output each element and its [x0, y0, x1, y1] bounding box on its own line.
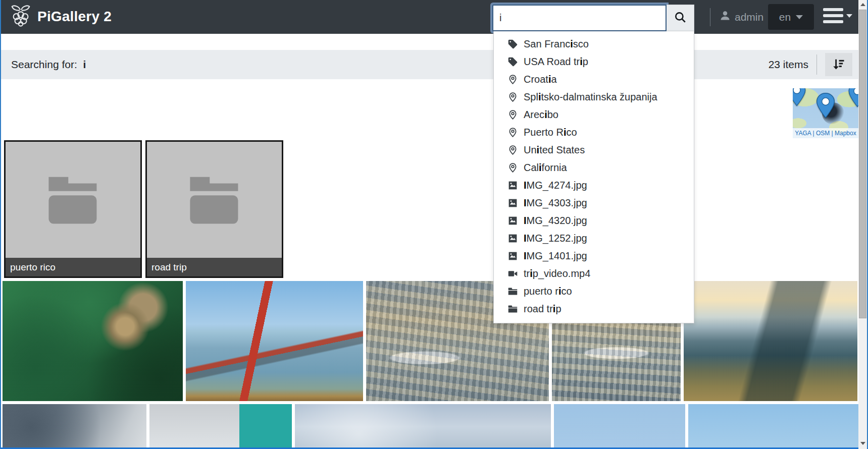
- suggestion-item[interactable]: IMG_4320.jpg: [494, 212, 694, 230]
- photo-thumbnail-coastal-city-dome[interactable]: [688, 404, 860, 449]
- photo-row: [3, 281, 857, 401]
- image-icon: [507, 233, 518, 244]
- folder-icon: [507, 286, 518, 297]
- suggestion-item[interactable]: United States: [494, 141, 694, 159]
- photo-thumbnail-golden-gate-bridge[interactable]: [186, 281, 363, 401]
- folder-grid: puerto ricoroad trip: [4, 140, 283, 278]
- photo-thumbnail-squirrel-in-ivy[interactable]: [3, 281, 183, 401]
- suggestion-item[interactable]: trip_video.mp4: [494, 265, 694, 283]
- chevron-down-icon: [796, 15, 803, 19]
- suggestion-item[interactable]: road trip: [494, 300, 694, 318]
- app-title: PiGallery 2: [37, 9, 112, 25]
- folder-icon: [184, 173, 245, 229]
- language-code: en: [779, 11, 791, 23]
- map-pin-icon: [847, 88, 858, 109]
- suggestion-text: California: [524, 162, 567, 174]
- photo-thumbnail-storm-clouds[interactable]: [3, 404, 146, 449]
- suggestion-text: USA Road trip: [524, 56, 588, 68]
- suggestion-item[interactable]: Arecibo: [494, 106, 694, 124]
- tag-icon: [507, 39, 518, 50]
- hamburger-icon: [823, 8, 843, 23]
- suggestion-item[interactable]: IMG_1401.jpg: [494, 247, 694, 265]
- suggestion-text: IMG_1252.jpg: [524, 233, 587, 244]
- suggestion-text: IMG_1401.jpg: [524, 250, 587, 262]
- photo-thumbnail-mountain-ridge-sunrise[interactable]: [684, 281, 857, 401]
- location-icon: [507, 109, 518, 121]
- suggestion-text: puerto rico: [524, 286, 572, 297]
- status-divider: [816, 54, 817, 75]
- suggestion-text: IMG_4303.jpg: [524, 197, 587, 209]
- suggestion-text: United States: [524, 144, 585, 156]
- chevron-down-icon: [846, 14, 852, 18]
- folder-name: puerto rico: [6, 258, 140, 276]
- suggestion-text: Puerto Rico: [524, 127, 577, 138]
- scrollbar-thumb[interactable]: [859, 10, 866, 318]
- suggestion-item[interactable]: IMG_4303.jpg: [494, 194, 694, 212]
- suggestion-text: San Francisco: [524, 38, 589, 50]
- suggestion-text: IMG_4320.jpg: [524, 215, 587, 227]
- user-menu[interactable]: admin: [719, 0, 763, 34]
- location-icon: [507, 92, 518, 103]
- suggestion-item[interactable]: Splitsko-dalmatinska županija: [494, 88, 694, 106]
- folder-tile[interactable]: road trip: [145, 140, 283, 278]
- suggestion-text: Arecibo: [524, 109, 558, 121]
- folder-icon: [507, 304, 518, 315]
- suggestion-text: Croatia: [524, 74, 557, 85]
- raspberry-pi-logo-icon: [9, 4, 32, 29]
- folder-icon: [43, 173, 104, 229]
- suggestion-item[interactable]: puerto rico: [494, 283, 694, 300]
- photo-row: [3, 404, 860, 449]
- top-navbar: PiGallery 2 admin en: [0, 0, 859, 34]
- scroll-up-icon[interactable]: [858, 0, 867, 9]
- folder-name: road trip: [147, 258, 282, 276]
- brand[interactable]: PiGallery 2: [9, 4, 112, 29]
- location-icon: [507, 145, 518, 156]
- suggestion-item[interactable]: IMG_1252.jpg: [494, 230, 694, 247]
- search-button[interactable]: [667, 5, 694, 31]
- image-icon: [507, 180, 518, 191]
- user-name: admin: [735, 11, 763, 23]
- suggestion-item[interactable]: Puerto Rico: [494, 124, 694, 141]
- sort-amount-down-icon: [832, 57, 846, 73]
- sort-button[interactable]: [825, 53, 852, 76]
- vertical-scrollbar[interactable]: [858, 0, 867, 449]
- search-suggestions: San FranciscoUSA Road tripCroatiaSplitsk…: [493, 31, 694, 323]
- language-selector[interactable]: en: [768, 4, 814, 30]
- searching-for-label: Searching for: i: [11, 59, 86, 71]
- main-menu-button[interactable]: [823, 8, 852, 23]
- search-form: [492, 5, 694, 31]
- map-attribution: YAGA | OSM | Mapbox: [793, 128, 858, 138]
- suggestion-text: trip_video.mp4: [524, 268, 590, 279]
- pigallery-app: PiGallery 2 admin en: [0, 0, 868, 449]
- suggestion-item[interactable]: USA Road trip: [494, 53, 694, 71]
- image-icon: [507, 251, 518, 262]
- image-icon: [507, 198, 518, 209]
- suggestion-item[interactable]: San Francisco: [494, 35, 694, 53]
- search-input[interactable]: [492, 5, 667, 31]
- image-icon: [507, 215, 518, 227]
- scroll-down-icon[interactable]: [858, 439, 867, 447]
- suggestion-text: IMG_4274.jpg: [524, 180, 587, 191]
- photo-thumbnail-cloud-panorama[interactable]: [295, 404, 551, 449]
- folder-tile[interactable]: puerto rico: [4, 140, 142, 278]
- suggestion-text: Splitsko-dalmatinska županija: [524, 91, 657, 103]
- suggestion-item[interactable]: IMG_4274.jpg: [494, 177, 694, 194]
- tag-icon: [507, 57, 518, 68]
- navbar-divider: [710, 8, 710, 26]
- item-count: 23 items: [769, 59, 808, 71]
- photo-thumbnail-teal-rooftop-clouds[interactable]: [149, 404, 292, 449]
- location-icon: [507, 74, 518, 85]
- map-preview[interactable]: YAGA | OSM | Mapbox: [793, 88, 858, 138]
- location-icon: [507, 127, 518, 138]
- location-icon: [507, 162, 518, 174]
- suggestion-item[interactable]: Croatia: [494, 71, 694, 88]
- video-icon: [507, 268, 518, 279]
- search-status-bar: Searching for: i 23 items: [0, 50, 858, 79]
- map-pin-icon: [793, 88, 807, 108]
- user-icon: [719, 10, 731, 24]
- photo-thumbnail-calm-sea-sky[interactable]: [554, 404, 685, 449]
- map-pin-icon: [815, 92, 836, 121]
- window-border: [0, 0, 1, 449]
- suggestion-item[interactable]: California: [494, 159, 694, 177]
- suggestion-text: road trip: [524, 303, 561, 315]
